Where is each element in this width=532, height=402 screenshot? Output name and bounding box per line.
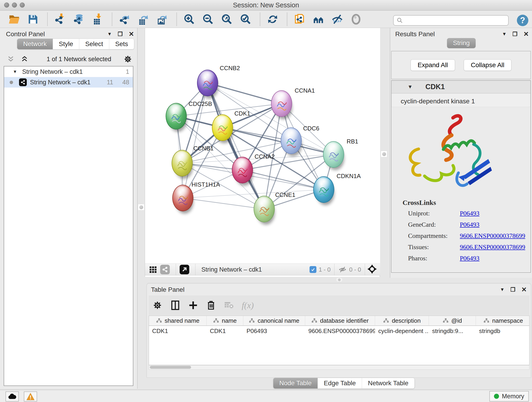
edge-CCNA2-CDKN1A[interactable] — [242, 170, 324, 190]
column-header-database-identifier[interactable]: database identifier — [305, 316, 375, 325]
selected-nodes-checkbox[interactable] — [310, 266, 317, 273]
delete-column-trash-icon[interactable] — [206, 300, 216, 310]
memory-button[interactable]: Memory — [489, 391, 529, 402]
open-session-icon[interactable] — [8, 13, 21, 26]
cloud-button[interactable] — [6, 391, 19, 402]
column-header-canonical-name[interactable]: canonical name — [243, 316, 305, 325]
zoom-fit-icon[interactable] — [220, 13, 233, 26]
network-node-CDKN1A[interactable] — [313, 176, 334, 203]
tab-network-table[interactable]: Network Table — [362, 378, 414, 389]
table-cell[interactable]: 9606.ENSP00000378699 — [305, 326, 375, 336]
export-image-icon[interactable] — [156, 13, 169, 26]
column-header-@id[interactable]: @id — [429, 316, 476, 325]
gene-collapse-icon[interactable]: ▼ — [408, 84, 413, 90]
expand-all-button[interactable]: Expand All — [411, 59, 455, 71]
column-header-description[interactable]: description — [375, 316, 429, 325]
panel-menu-icon[interactable]: ▼ — [500, 287, 505, 292]
add-column-icon[interactable] — [188, 300, 198, 310]
network-node-CDC25B[interactable] — [166, 103, 187, 129]
network-canvas[interactable]: CCNB2 CCNA1 CDC25B CDK1 CDC6 RB1 CCNB1 C… — [145, 28, 380, 264]
maximize-window-icon[interactable] — [20, 2, 25, 7]
network-node-CDC6[interactable] — [281, 128, 302, 154]
table-cell[interactable]: stringdb — [476, 326, 530, 336]
crosslink-link[interactable]: P06493 — [460, 210, 480, 217]
crosslink-link[interactable]: P06493 — [460, 221, 480, 228]
minimize-window-icon[interactable] — [12, 2, 17, 7]
tab-style[interactable]: Style — [53, 39, 79, 49]
tab-select[interactable]: Select — [79, 39, 109, 49]
table-cell[interactable]: CDK1 — [207, 326, 243, 336]
network-node-CCNB1[interactable] — [172, 150, 193, 177]
panel-float-icon[interactable]: ❒ — [118, 31, 123, 37]
scrollbar-thumb[interactable] — [150, 366, 191, 369]
network-node-CCNB2[interactable] — [197, 70, 218, 96]
panel-close-icon[interactable]: ✕ — [129, 30, 134, 38]
panel-float-icon[interactable]: ❒ — [513, 31, 518, 37]
panel-close-icon[interactable]: ✕ — [524, 30, 529, 38]
import-network-icon[interactable] — [54, 13, 66, 26]
show-all-icon[interactable] — [350, 13, 362, 26]
column-header-namespace[interactable]: namespace — [476, 316, 530, 325]
panel-close-icon[interactable]: ✕ — [521, 286, 527, 293]
network-collection-row[interactable]: ▼ String Network – cdk1 1 — [4, 66, 133, 77]
zoom-in-icon[interactable] — [183, 13, 196, 26]
crosslink-link[interactable]: P06493 — [460, 255, 480, 262]
import-table-icon[interactable] — [91, 13, 104, 26]
refresh-icon[interactable] — [266, 13, 279, 26]
crosslink-link[interactable]: 9606.ENSP00000378699 — [460, 232, 525, 240]
tab-network[interactable]: Network — [17, 39, 53, 49]
export-network-icon[interactable] — [118, 13, 131, 26]
table-cell[interactable]: P06493 — [243, 326, 305, 336]
tab-sets[interactable]: Sets — [109, 39, 134, 49]
right-splitter-handle[interactable] — [381, 151, 387, 157]
export-table-icon[interactable] — [137, 13, 150, 26]
column-header-shared-name[interactable]: shared name — [149, 316, 207, 325]
panel-menu-icon[interactable]: ▼ — [502, 32, 507, 37]
birdseye-toggle-icon[interactable] — [367, 264, 377, 275]
edge-CCNB2-CCNA1[interactable] — [208, 83, 282, 104]
show-columns-icon[interactable] — [170, 300, 180, 310]
left-splitter-handle[interactable] — [138, 204, 144, 211]
panel-menu-icon[interactable]: ▼ — [107, 32, 112, 37]
grid-view-icon[interactable] — [148, 265, 158, 274]
first-neighbors-icon[interactable] — [312, 13, 325, 26]
close-window-icon[interactable] — [4, 2, 9, 7]
help-button[interactable]: ? — [517, 15, 528, 26]
expand-all-icon[interactable] — [21, 56, 28, 63]
table-cell[interactable]: cyclin-dependent ... — [375, 326, 429, 336]
network-node-CCNA2[interactable] — [232, 157, 253, 183]
warning-button[interactable] — [24, 391, 37, 402]
gear-icon[interactable] — [123, 55, 132, 64]
collapse-all-icon[interactable] — [7, 56, 15, 63]
table-hscrollbar[interactable] — [149, 365, 530, 370]
clone-network-icon[interactable] — [293, 13, 306, 26]
table-cell[interactable]: CDK1 — [149, 326, 207, 336]
search-box[interactable] — [393, 15, 509, 26]
node-table[interactable]: shared namenamecanonical namedatabase id… — [149, 316, 530, 365]
tree-expand-icon[interactable]: ▼ — [13, 69, 17, 74]
table-row[interactable]: CDK1CDK1P064939606.ENSP00000378699cyclin… — [149, 326, 529, 336]
zoom-out-icon[interactable] — [202, 13, 215, 26]
gene-header[interactable]: ▼ CDK1 — [392, 81, 530, 94]
panel-float-icon[interactable]: ❒ — [510, 287, 515, 293]
column-header-name[interactable]: name — [207, 316, 243, 325]
zoom-selected-icon[interactable] — [239, 13, 252, 26]
table-settings-gear-icon[interactable] — [152, 300, 162, 310]
network-node-CCNA1[interactable] — [271, 90, 292, 117]
import-network-database-icon[interactable] — [72, 13, 85, 26]
search-input[interactable] — [403, 17, 502, 24]
tab-node-table[interactable]: Node Table — [273, 378, 318, 389]
network-node-CDK1[interactable] — [212, 114, 233, 141]
edge-HIST1H1A-CCNE1[interactable] — [183, 198, 264, 209]
crosslink-link[interactable]: 9606.ENSP00000378699 — [460, 243, 525, 251]
open-in-window-icon[interactable] — [180, 265, 189, 274]
tab-string[interactable]: String — [447, 38, 476, 48]
window-controls[interactable] — [4, 2, 25, 7]
tab-edge-table[interactable]: Edge Table — [318, 378, 362, 389]
network-node-HIST1H1A[interactable] — [172, 185, 193, 211]
table-cell[interactable]: stringdb:9... — [429, 326, 476, 336]
horizontal-splitter-handle[interactable] — [336, 278, 342, 282]
collapse-all-button[interactable]: Collapse All — [464, 59, 511, 71]
network-row[interactable]: String Network – cdk1 11 48 — [4, 77, 133, 88]
network-node-RB1[interactable] — [323, 141, 344, 168]
